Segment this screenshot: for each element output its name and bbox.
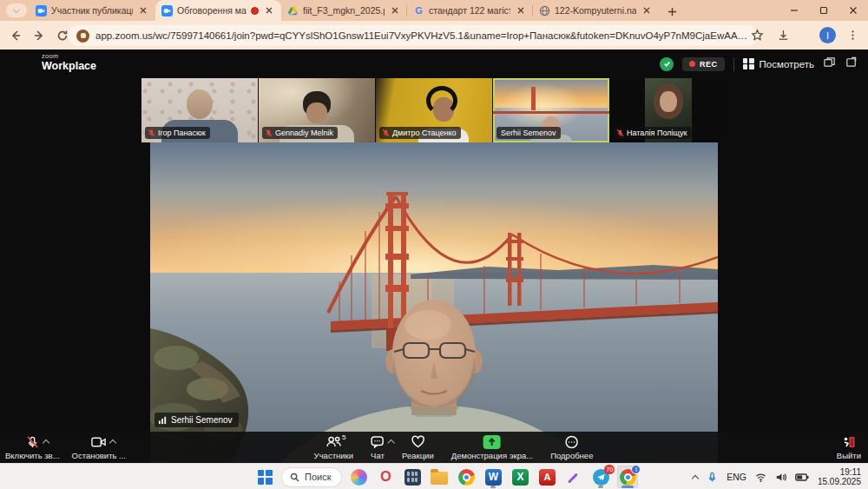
close-icon[interactable] — [641, 4, 653, 17]
url-text: app.zoom.us/wc/75997140661/join?pwd=qCYY… — [95, 30, 749, 41]
window-minimize-button[interactable] — [779, 0, 809, 21]
participant-tile-gennadiy-melnik[interactable]: Gennadiy Melnik — [259, 78, 375, 142]
mic-in-use-icon[interactable] — [707, 472, 718, 483]
tab-recording-icon — [251, 7, 259, 15]
tab-title: 122-Kompyuterni.nauky-mahist — [555, 5, 636, 16]
telegram-icon[interactable]: 70 — [590, 466, 611, 488]
participant-tile-serhii-semenov-active[interactable]: Serhii Semenov — [493, 78, 609, 142]
chrome-profile-badge: I — [631, 465, 641, 474]
word-icon[interactable]: W — [483, 466, 503, 488]
file-explorer-icon[interactable] — [429, 466, 450, 488]
share-screen-button[interactable]: Демонстрация экра... — [451, 432, 533, 463]
zoom-header: zoom Workplace REC Посмотреть — [0, 50, 868, 78]
video-options-chevron[interactable] — [109, 439, 116, 446]
browser-menu-kebab-icon[interactable] — [844, 25, 861, 44]
tab-zoom-participant[interactable]: Участник публикации - Zoom — [30, 0, 155, 21]
chrome-icon[interactable] — [456, 466, 477, 488]
participant-name-label: Дмитро Стаценко — [379, 127, 461, 139]
fullscreen-icon[interactable] — [845, 56, 858, 72]
tab-standards-site[interactable]: 122-Kompyuterni.nauky-mahist — [533, 0, 659, 21]
encryption-shield-icon[interactable] — [660, 57, 674, 71]
excel-icon[interactable]: X — [510, 466, 530, 488]
participant-tile-ihor-panasiuk[interactable]: Ігор Панасюк — [141, 78, 258, 142]
grid-view-icon — [743, 58, 754, 69]
site-info-icon[interactable] — [76, 30, 89, 43]
screen: Участник публикации - Zoom Обговорення м… — [0, 0, 868, 489]
drive-favicon — [287, 5, 299, 17]
forward-button[interactable] — [31, 28, 47, 43]
chevron-down-icon — [13, 6, 20, 13]
bookmark-star-icon[interactable] — [748, 25, 766, 44]
tab-title: Участник публикации - Zoom — [51, 5, 133, 16]
tab-title: Обговорення магістерсько — [177, 5, 247, 16]
search-icon — [290, 472, 299, 482]
tab-search-button[interactable] — [6, 3, 27, 17]
more-button[interactable]: Подробнее — [550, 432, 593, 463]
participant-thumbnail-strip: Ігор Панасюк Gennadiy Melnik Дмитро Стац — [141, 78, 727, 142]
tab-zoom-meeting-active[interactable]: Обговорення магістерсько — [155, 0, 281, 21]
muted-mic-icon — [148, 129, 155, 137]
tab-drive-pdf[interactable]: fiit_F3_mgkn_2025.pdf - Googl — [281, 0, 407, 21]
start-button[interactable] — [254, 466, 275, 488]
windows-taskbar: Поиск O W X A 70 I ENG — [0, 463, 868, 489]
view-button[interactable]: Посмотреть — [743, 58, 814, 69]
tab-google-search[interactable]: G стандарт 122 магістр - Поиск — [407, 0, 533, 21]
close-icon[interactable] — [389, 4, 401, 17]
close-icon[interactable] — [263, 4, 275, 17]
browser-tab-bar: Участник публикации - Zoom Обговорення м… — [0, 0, 868, 21]
mic-options-chevron[interactable] — [43, 439, 49, 446]
taskbar-clock[interactable]: 19:11 15.09.2025 — [818, 467, 861, 486]
profile-avatar[interactable]: I — [819, 27, 836, 43]
windows-logo-icon — [258, 470, 273, 485]
chrome-active-icon[interactable]: I — [617, 466, 638, 488]
participant-name-label: Serhii Semenov — [496, 127, 561, 139]
recording-indicator[interactable]: REC — [682, 57, 725, 71]
calculator-icon[interactable] — [402, 466, 423, 488]
wifi-icon[interactable] — [755, 472, 766, 483]
close-icon[interactable] — [137, 4, 149, 17]
tab-title: стандарт 122 магістр - Поиск — [429, 5, 510, 16]
opera-icon[interactable]: O — [375, 466, 396, 488]
speaker-name-label: Serhii Semenov — [155, 413, 239, 427]
battery-icon[interactable] — [795, 472, 809, 483]
telegram-unread-badge: 70 — [604, 465, 615, 474]
taskbar-search-box[interactable]: Поиск — [281, 467, 342, 487]
reactions-button[interactable]: Реакции — [402, 432, 434, 463]
window-close-button[interactable] — [838, 0, 868, 21]
participant-video — [187, 89, 213, 119]
headphones — [426, 86, 457, 116]
copilot-icon[interactable] — [348, 466, 369, 488]
new-tab-button[interactable] — [664, 3, 680, 19]
stop-video-button[interactable]: Остановить ... — [72, 432, 126, 463]
acrobat-icon[interactable]: A — [536, 466, 557, 488]
pen-app-icon[interactable] — [563, 466, 584, 488]
chat-options-chevron[interactable] — [388, 439, 395, 446]
zoom-control-toolbar: Включить зв... Остановить ... 5 Участник… — [0, 432, 868, 463]
speaker-icon[interactable] — [775, 472, 786, 483]
participants-button[interactable]: 5 Участники — [314, 432, 353, 463]
chat-button[interactable]: Чат — [371, 432, 385, 463]
participant-name-label: Gennadiy Melnik — [262, 127, 338, 139]
zoom-favicon — [161, 5, 173, 17]
share-screen-icon — [483, 435, 501, 449]
audio-level-icon — [158, 415, 168, 425]
download-icon[interactable] — [774, 25, 792, 44]
window-maximize-button[interactable] — [809, 0, 838, 21]
leave-meeting-button[interactable]: Выйти — [837, 432, 861, 463]
muted-mic-icon — [382, 129, 390, 137]
participant-tile-nataliia-polishchuk[interactable]: Наталія Поліщук — [610, 78, 727, 142]
close-icon[interactable] — [515, 4, 527, 17]
minimize-view-icon[interactable] — [823, 56, 836, 72]
rec-dot-icon — [689, 61, 695, 67]
browser-address-bar: app.zoom.us/wc/75997140661/join?pwd=qCYY… — [0, 21, 868, 50]
google-favicon: G — [413, 5, 424, 17]
muted-mic-icon — [265, 129, 273, 137]
language-indicator[interactable]: ENG — [727, 472, 746, 482]
participant-name-label: Наталія Поліщук — [614, 127, 691, 139]
participant-tile-dmytro-statsenko[interactable]: Дмитро Стаценко — [376, 78, 492, 142]
back-button[interactable] — [8, 28, 23, 43]
unmute-button[interactable]: Включить зв... — [5, 432, 60, 463]
url-field[interactable]: app.zoom.us/wc/75997140661/join?pwd=qCYY… — [68, 25, 758, 46]
participant-name-label: Ігор Панасюк — [145, 127, 210, 139]
tray-expand-chevron[interactable] — [692, 474, 699, 481]
